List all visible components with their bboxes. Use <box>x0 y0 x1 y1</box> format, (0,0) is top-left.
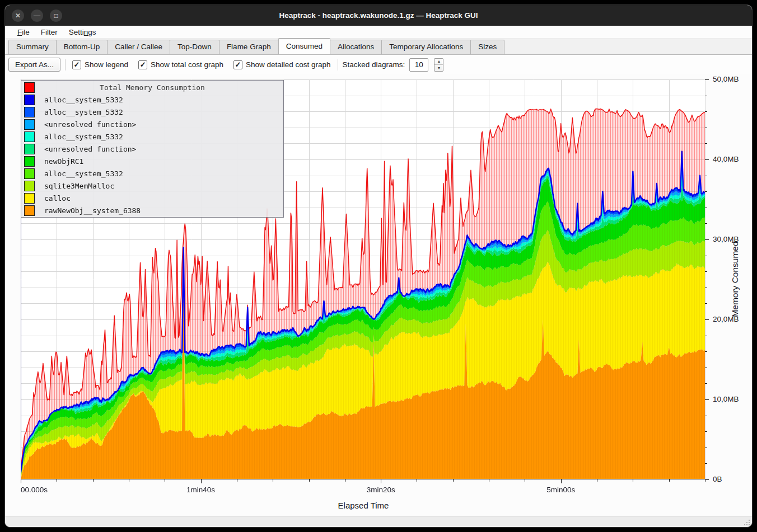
legend-label: calloc <box>44 194 71 203</box>
tab-temporary-allocations[interactable]: Temporary Allocations <box>381 40 471 54</box>
checkbox-show-total-cost-graph[interactable]: ✓Show total cost graph <box>136 60 226 69</box>
legend-swatch <box>24 156 35 167</box>
checkbox-show-legend[interactable]: ✓Show legend <box>70 60 130 69</box>
tab-bottom-up[interactable]: Bottom-Up <box>56 40 108 54</box>
x-tick-label: 5min00s <box>546 486 575 494</box>
y-tick-label: 40,0MB <box>713 155 749 163</box>
legend-label: alloc__system_5332 <box>44 170 123 178</box>
legend-swatch <box>24 119 35 130</box>
x-tick-label: 3min20s <box>367 486 395 494</box>
legend-swatch <box>24 168 35 179</box>
legend-label: newObjRC1 <box>44 157 83 166</box>
legend-item: newObjRC1 <box>21 155 283 167</box>
toolbar-separator <box>65 59 66 70</box>
menu-item-filter[interactable]: Filter <box>36 27 62 37</box>
legend-swatch <box>24 95 35 105</box>
stepper-up-icon[interactable]: ▲ <box>434 59 443 65</box>
legend-item: rawNewObj__system_6388 <box>21 204 283 216</box>
x-axis-title: Elapsed Time <box>302 501 425 510</box>
minimize-button[interactable]: — <box>31 10 43 22</box>
checkmark-icon[interactable]: ✓ <box>233 60 242 69</box>
checkmark-icon[interactable]: ✓ <box>138 60 147 69</box>
tab-consumed[interactable]: Consumed <box>278 38 330 54</box>
y-axis-title: Memory Consumed <box>730 241 740 317</box>
title-bar[interactable]: ✕ — □ Heaptrack - heaptrack.wakunode.1.g… <box>5 5 752 26</box>
menu-item-settings[interactable]: Settings <box>64 27 101 37</box>
menu-item-file[interactable]: File <box>13 27 34 37</box>
legend-swatch <box>24 107 35 117</box>
legend-item: alloc__system_5332 <box>21 93 283 106</box>
stacked-diagrams-stepper: ▲▼ <box>434 58 443 72</box>
legend-item: alloc__system_5332 <box>21 130 283 143</box>
tab-bar: SummaryBottom-UpCaller / CalleeTop-DownF… <box>5 39 752 55</box>
legend-title: Total Memory Consumption <box>21 83 283 92</box>
tab-top-down[interactable]: Top-Down <box>170 40 219 54</box>
export-as-button[interactable]: Export As... <box>8 58 60 72</box>
toolbar: Export As... ✓Show legend✓Show total cos… <box>5 55 752 74</box>
status-bar <box>5 516 752 527</box>
x-tick-label: 1min40s <box>186 486 215 494</box>
legend-label: <unresolved function> <box>44 145 136 153</box>
legend-item: sqlite3MemMalloc <box>21 180 283 192</box>
legend-swatch <box>24 144 35 154</box>
legend-item: alloc__system_5332 <box>21 106 283 118</box>
legend-label: alloc__system_5332 <box>44 108 123 116</box>
checkmark-icon[interactable]: ✓ <box>72 60 81 69</box>
menu-bar: FileFilterSettings <box>5 26 752 39</box>
tab-caller-callee[interactable]: Caller / Callee <box>107 40 170 54</box>
tab-sizes[interactable]: Sizes <box>470 40 504 54</box>
tab-summary[interactable]: Summary <box>8 40 57 54</box>
resize-grip-icon[interactable] <box>743 519 750 525</box>
x-tick-label: 00.000s <box>21 486 48 494</box>
chart-legend: Total Memory Consumptionalloc__system_53… <box>21 80 284 218</box>
y-tick-label: 0B <box>713 475 749 483</box>
close-button[interactable]: ✕ <box>12 10 24 22</box>
chart-area: 0B10,0MB20,0MB30,0MB40,0MB50,0MB 00.000s… <box>5 74 752 516</box>
maximize-button[interactable]: □ <box>50 10 62 22</box>
window-title: Heaptrack - heaptrack.wakunode.1.gz — He… <box>5 11 752 20</box>
tab-allocations[interactable]: Allocations <box>330 40 382 54</box>
legend-item: <unresolved function> <box>21 118 283 130</box>
legend-swatch <box>24 181 35 191</box>
legend-label: rawNewObj__system_6388 <box>44 206 141 215</box>
window-controls: ✕ — □ <box>5 10 62 22</box>
legend-item: alloc__system_5332 <box>21 167 283 180</box>
checkbox-show-detailed-cost-graph[interactable]: ✓Show detailed cost graph <box>231 60 333 69</box>
y-tick-label: 50,0MB <box>713 75 749 83</box>
tab-flame-graph[interactable]: Flame Graph <box>219 40 279 54</box>
checkbox-group: ✓Show legend✓Show total cost graph✓Show … <box>70 60 333 69</box>
y-tick-label: 10,0MB <box>713 395 749 403</box>
legend-swatch <box>24 193 35 204</box>
legend-swatch <box>24 205 35 216</box>
legend-label: sqlite3MemMalloc <box>44 182 114 190</box>
legend-label: alloc__system_5332 <box>44 133 123 141</box>
checkbox-label: Show legend <box>85 60 128 69</box>
legend-label: <unresolved function> <box>44 120 136 129</box>
stacked-diagrams-label: Stacked diagrams: <box>343 60 405 69</box>
app-window: ✕ — □ Heaptrack - heaptrack.wakunode.1.g… <box>4 4 753 528</box>
legend-label: alloc__system_5332 <box>44 96 123 104</box>
legend-item: calloc <box>21 192 283 204</box>
legend-item: <unresolved function> <box>21 143 283 155</box>
legend-swatch <box>24 131 35 142</box>
stepper-down-icon[interactable]: ▼ <box>434 65 443 71</box>
stacked-diagrams-input[interactable]: 10 <box>409 58 428 72</box>
checkbox-label: Show total cost graph <box>151 60 223 69</box>
checkbox-label: Show detailed cost graph <box>246 60 331 69</box>
toolbar-separator <box>338 59 338 70</box>
legend-title-row: Total Memory Consumption <box>21 81 283 93</box>
